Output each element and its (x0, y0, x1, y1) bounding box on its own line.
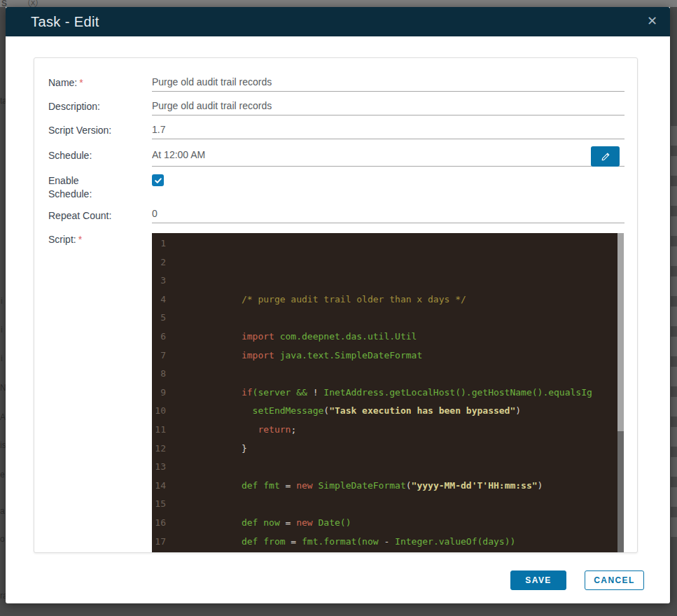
schedule-edit-button[interactable] (591, 146, 620, 167)
code-text: setEndMessage("Task execution has been b… (176, 402, 521, 421)
dimmed-background-right (671, 126, 677, 546)
schedule-input[interactable]: At 12:00 AM (152, 145, 624, 167)
line-number: 14 (152, 477, 176, 496)
code-line[interactable]: 2 (152, 253, 617, 272)
code-line[interactable]: 15 (152, 495, 617, 514)
pencil-icon (600, 151, 611, 162)
background-fragment: i (1, 326, 3, 334)
background-fragment: a (0, 507, 5, 515)
check-icon (154, 176, 162, 185)
line-number: 4 (152, 290, 176, 309)
code-line[interactable]: 7 import java.text.SimpleDateFormat (152, 346, 617, 365)
line-number: 8 (152, 365, 176, 384)
line-number: 11 (152, 421, 176, 440)
code-line[interactable]: 1 (152, 234, 617, 253)
line-number: 16 (152, 514, 176, 533)
line-number: 3 (152, 272, 176, 290)
code-text: } (176, 440, 247, 458)
background-fragment: A (0, 413, 6, 421)
task-edit-modal: Task - Edit ✕ Name:* Purge old audit tra… (6, 7, 670, 603)
background-fragment: e (0, 470, 5, 479)
line-number: 9 (152, 384, 176, 402)
line-number: 12 (152, 440, 176, 458)
script-version-input[interactable]: 1.7 (152, 121, 624, 139)
code-line[interactable]: 14 def fmt = new SimpleDateFormat("yyyy-… (152, 477, 617, 496)
code-text: /* purge audit trail older than x days *… (176, 290, 466, 309)
repeat-count-input[interactable]: 0 (152, 205, 624, 223)
line-number: 13 (152, 458, 176, 477)
code-text: return; (176, 421, 296, 440)
code-text: import com.deepnet.das.util.Util (176, 328, 417, 346)
code-text: import java.text.SimpleDateFormat (176, 346, 422, 365)
dimmed-background-top (0, 0, 677, 7)
close-icon[interactable]: ✕ (647, 7, 657, 35)
task-form-card: Name:* Purge old audit trail records Des… (34, 57, 638, 553)
code-text: def fmt = new SimpleDateFormat("yyyy-MM-… (176, 477, 543, 496)
line-number: 2 (152, 253, 176, 272)
code-line[interactable]: 6 import com.deepnet.das.util.Util (152, 328, 617, 346)
repeat-count-label: Repeat Count: (48, 209, 146, 223)
code-line[interactable]: 12 } (152, 440, 617, 458)
code-text: def from = fmt.format(now - Integer.valu… (176, 533, 515, 552)
line-number: 1 (152, 234, 176, 253)
line-number: 5 (152, 309, 176, 328)
description-label: Description: (48, 100, 146, 113)
background-fragment: o (0, 535, 5, 543)
line-number: 15 (152, 495, 176, 514)
modal-title: Task - Edit (31, 7, 99, 36)
line-number: 6 (152, 328, 176, 346)
description-input[interactable]: Purge old audit trail records (152, 97, 624, 115)
code-line[interactable]: 11 return; (152, 421, 617, 440)
script-code-editor[interactable]: 1234 /* purge audit trail older than x d… (152, 233, 624, 552)
editor-scrollbar[interactable] (617, 233, 624, 552)
code-line[interactable]: 4 /* purge audit trail older than x days… (152, 290, 617, 309)
save-button[interactable]: SAVE (510, 570, 566, 590)
background-fragment: i (1, 354, 3, 363)
code-line[interactable]: 17 def from = fmt.format(now - Integer.v… (152, 533, 617, 552)
code-line[interactable]: 10 setEndMessage("Task execution has bee… (152, 402, 617, 421)
code-line[interactable]: 8 (152, 365, 617, 384)
code-line[interactable]: 9 if(server && ! InetAddress.getLocalHos… (152, 384, 617, 402)
script-version-label: Script Version: (48, 124, 146, 137)
cancel-button[interactable]: CANCEL (585, 570, 644, 590)
name-input[interactable]: Purge old audit trail records (152, 74, 624, 92)
code-lines[interactable]: 1234 /* purge audit trail older than x d… (152, 234, 617, 552)
name-label: Name:* (48, 76, 146, 90)
code-line[interactable]: 16 def now = new Date() (152, 514, 617, 533)
background-close-icon: ⓧ (28, 0, 38, 7)
editor-scrollbar-thumb[interactable] (617, 233, 624, 431)
required-marker: * (79, 77, 83, 88)
code-line[interactable]: 5 (152, 309, 617, 328)
background-fragment: i (1, 297, 3, 305)
script-label: Script:* (48, 233, 146, 246)
enable-schedule-label: Enable Schedule: (48, 174, 118, 201)
modal-header: Task - Edit ✕ (6, 7, 670, 36)
code-text: if(server && ! InetAddress.getLocalHost(… (176, 384, 592, 402)
code-line[interactable]: 3 (152, 272, 617, 290)
code-line[interactable]: 13 (152, 458, 617, 477)
code-text: def now = new Date() (176, 514, 351, 533)
required-marker: * (78, 234, 82, 245)
schedule-label: Schedule: (48, 149, 146, 162)
enable-schedule-checkbox[interactable] (152, 174, 164, 186)
line-number: 7 (152, 346, 176, 365)
line-number: 17 (152, 533, 176, 552)
line-number: 10 (152, 402, 176, 421)
